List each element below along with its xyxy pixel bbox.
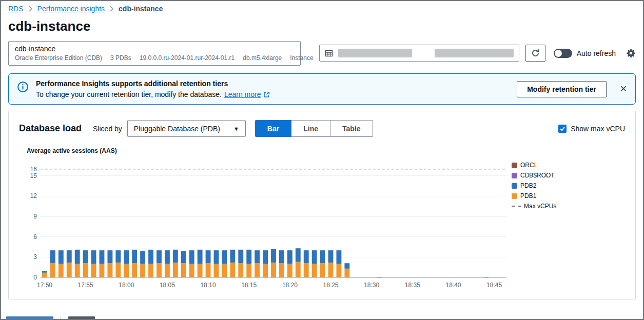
chart-title: Average active sessions (AAS) xyxy=(27,147,635,154)
svg-text:18:15: 18:15 xyxy=(241,282,257,289)
chart-view-segmented-control: Bar Line Table xyxy=(255,120,373,137)
cutoff-text xyxy=(68,316,95,320)
legend-item-orcl[interactable]: ORCL xyxy=(512,162,627,169)
instance-selector-text: cdb-instance Oracle Enterprise Edition (… xyxy=(15,45,314,62)
toggle-knob xyxy=(555,50,562,57)
instance-class: db.m5.4xlarge xyxy=(243,54,282,62)
svg-text:17:55: 17:55 xyxy=(78,282,93,289)
breadcrumb-chevron-icon xyxy=(109,6,114,12)
instance-engine: Oracle Enterprise Edition (CDB) xyxy=(15,54,102,62)
instance-version: 19.0.0.0.ru-2024-01.rur-2024-01.r1 xyxy=(140,54,235,62)
instance-details: Oracle Enterprise Edition (CDB) 3 PDBs 1… xyxy=(15,54,314,62)
svg-text:18:05: 18:05 xyxy=(160,282,175,289)
redacted-end-time xyxy=(435,49,514,57)
instance-name: cdb-instance xyxy=(15,45,314,53)
banner-title: Performance Insights supports additional… xyxy=(36,79,510,88)
legend-swatch-icon xyxy=(512,193,517,199)
show-max-vcpu-checkbox[interactable] xyxy=(558,125,567,133)
banner-message: To change your current retention tier, m… xyxy=(36,90,222,98)
sliced-by-label: Sliced by xyxy=(93,125,122,133)
svg-text:17:50: 17:50 xyxy=(37,282,52,289)
svg-text:9: 9 xyxy=(33,213,37,220)
breadcrumb-current: cdb-instance xyxy=(119,5,163,13)
auto-refresh-toggle[interactable] xyxy=(554,49,572,58)
breadcrumb: RDS Performance insights cdb-instance xyxy=(8,5,636,13)
legend-label: ORCL xyxy=(520,162,537,169)
cutoff-divider xyxy=(61,316,61,320)
svg-text:0: 0 xyxy=(33,274,37,281)
svg-text:18:00: 18:00 xyxy=(119,282,134,289)
page-title: cdb-instance xyxy=(8,18,636,34)
show-max-vcpu-control: Show max vCPU xyxy=(558,125,625,133)
settings-gear-icon[interactable] xyxy=(626,48,636,58)
time-range-input[interactable] xyxy=(319,45,519,62)
instance-type: Instance xyxy=(290,54,313,62)
banner-body: To change your current retention tier, m… xyxy=(36,90,510,98)
svg-text:18:40: 18:40 xyxy=(445,282,461,289)
calendar-table-icon xyxy=(325,49,333,57)
bottom-cutoff-row xyxy=(6,316,95,320)
instance-pdbs: 3 PDBs xyxy=(110,54,131,62)
legend-item-pdb1[interactable]: PDB1 xyxy=(512,192,627,199)
legend-item-pdb2[interactable]: PDB2 xyxy=(512,182,627,189)
time-controls: Auto refresh xyxy=(319,45,636,62)
database-load-title: Database load xyxy=(19,123,82,134)
svg-text:18:35: 18:35 xyxy=(405,282,420,289)
auto-refresh-label: Auto refresh xyxy=(577,49,616,57)
chart-area: 161512963017:5017:5518:0018:0518:1018:15… xyxy=(9,154,635,299)
slice-by-value: Pluggable Database (PDB) xyxy=(134,125,220,133)
slice-by-select[interactable]: Pluggable Database (PDB) ▼ xyxy=(127,120,246,137)
banner-text: Performance Insights supports additional… xyxy=(36,79,510,98)
legend-dashed-line-icon xyxy=(512,206,521,207)
refresh-icon xyxy=(531,49,540,57)
instance-controls-row: cdb-instance Oracle Enterprise Edition (… xyxy=(1,41,643,66)
legend-label: PDB1 xyxy=(520,192,536,199)
svg-text:18:45: 18:45 xyxy=(486,282,502,289)
retention-info-banner: Performance Insights supports additional… xyxy=(8,73,636,105)
svg-text:15: 15 xyxy=(30,172,37,179)
breadcrumb-chevron-icon xyxy=(28,6,33,12)
external-link-icon xyxy=(263,91,270,98)
learn-more-link[interactable]: Learn more xyxy=(224,90,261,98)
tab-bar[interactable]: Bar xyxy=(255,120,291,137)
rds-performance-insights-page: RDS Performance insights cdb-instance cd… xyxy=(0,0,644,320)
chevron-down-icon: ▼ xyxy=(233,126,239,132)
legend-swatch-icon xyxy=(512,163,517,168)
legend-item-max-vcpus[interactable]: Max vCPUs xyxy=(512,203,627,210)
svg-text:18:10: 18:10 xyxy=(201,282,216,289)
svg-text:12: 12 xyxy=(30,192,37,199)
legend-label: CDB$ROOT xyxy=(520,172,555,179)
legend-label: PDB2 xyxy=(520,182,536,189)
svg-text:18:20: 18:20 xyxy=(282,282,298,289)
legend-item-cdb-root[interactable]: CDB$ROOT xyxy=(512,172,627,179)
legend-label: Max vCPUs xyxy=(524,203,556,210)
refresh-button[interactable] xyxy=(525,45,545,62)
svg-text:16: 16 xyxy=(30,166,37,173)
auto-refresh-control: Auto refresh xyxy=(554,49,616,58)
database-load-chart[interactable]: 161512963017:5017:5518:0018:0518:1018:15… xyxy=(16,155,512,292)
tab-table[interactable]: Table xyxy=(330,120,373,137)
svg-text:3: 3 xyxy=(33,253,37,261)
cutoff-link-text[interactable] xyxy=(6,316,53,320)
redacted-start-time xyxy=(338,49,412,57)
top-bar: RDS Performance insights cdb-instance cd… xyxy=(1,1,643,34)
breadcrumb-rds-link[interactable]: RDS xyxy=(8,5,24,13)
legend-swatch-icon xyxy=(512,173,517,178)
tab-line[interactable]: Line xyxy=(291,120,330,137)
close-icon[interactable]: ✕ xyxy=(620,85,627,93)
chart-legend: ORCLCDB$ROOTPDB2PDB1Max vCPUs xyxy=(512,155,627,210)
legend-swatch-icon xyxy=(512,183,517,189)
svg-text:18:25: 18:25 xyxy=(323,282,338,289)
breadcrumb-performance-insights-link[interactable]: Performance insights xyxy=(37,5,105,13)
database-load-card: Database load Sliced by Pluggable Databa… xyxy=(8,111,636,299)
instance-selector-dropdown[interactable]: cdb-instance Oracle Enterprise Edition (… xyxy=(8,41,301,66)
show-max-vcpu-label: Show max vCPU xyxy=(571,125,625,133)
info-icon xyxy=(17,81,29,93)
svg-text:6: 6 xyxy=(33,233,37,241)
modify-retention-tier-button[interactable]: Modify retention tier xyxy=(517,81,607,97)
database-load-header: Database load Sliced by Pluggable Databa… xyxy=(9,111,635,140)
svg-text:18:30: 18:30 xyxy=(364,282,379,289)
